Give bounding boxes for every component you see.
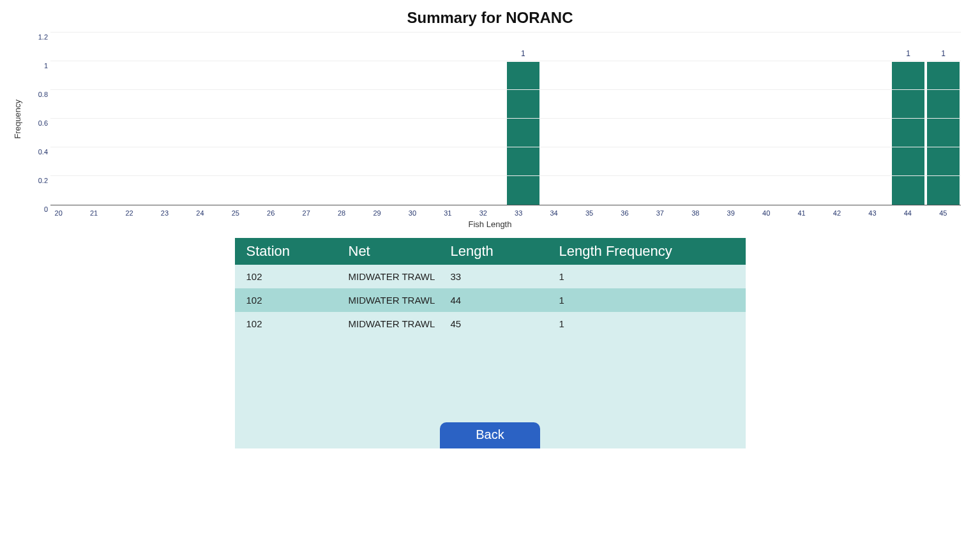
chart-bar xyxy=(892,62,924,205)
chart-xtick: 22 xyxy=(112,205,147,217)
table-cell-length: 44 xyxy=(451,295,553,306)
chart-xtick: 41 xyxy=(784,205,819,217)
chart-bar-value-label: 1 xyxy=(891,49,926,58)
chart-bar-slot xyxy=(260,33,296,205)
chart-bar-slot xyxy=(611,33,646,205)
table-cell-net: MIDWATER TRAWL xyxy=(349,318,451,329)
chart-xtick: 43 xyxy=(855,205,890,217)
chart-bar-slot xyxy=(121,33,156,205)
chart-xtick: 45 xyxy=(926,205,961,217)
table-cell-station: 102 xyxy=(243,295,349,306)
page-title: Summary for NORANC xyxy=(0,9,980,27)
chart-bar-slot xyxy=(541,33,576,205)
length-frequency-table: Station Net Length Length Frequency 102M… xyxy=(235,238,746,448)
col-header-length: Length xyxy=(451,243,553,260)
table-cell-freq: 1 xyxy=(553,295,738,306)
chart-bar-slot xyxy=(50,33,86,205)
chart-xtick: 37 xyxy=(642,205,677,217)
chart-ytick: 0.2 xyxy=(26,177,48,184)
chart-xtick: 42 xyxy=(819,205,854,217)
chart-bar-slot: 1 xyxy=(891,33,926,205)
chart-xtick: 34 xyxy=(536,205,571,217)
chart-plot-area: 111 xyxy=(50,33,961,205)
table-empty-space xyxy=(235,336,746,418)
chart-xtick: 21 xyxy=(76,205,111,217)
chart-bar xyxy=(507,62,539,205)
chart-ytick: 0.4 xyxy=(26,148,48,156)
chart-xtick: 36 xyxy=(607,205,642,217)
chart-bar-slot xyxy=(856,33,891,205)
chart-ytick: 0 xyxy=(26,205,48,213)
col-header-net: Net xyxy=(349,243,451,260)
back-button[interactable]: Back xyxy=(440,422,539,448)
chart-xtick: 35 xyxy=(571,205,607,217)
chart-gridline xyxy=(50,89,961,90)
chart-xtick: 40 xyxy=(748,205,783,217)
chart-bar-slot xyxy=(296,33,331,205)
chart-gridline xyxy=(50,147,961,147)
table-body: 102MIDWATER TRAWL331102MIDWATER TRAWL441… xyxy=(235,265,746,336)
table-row[interactable]: 102MIDWATER TRAWL331 xyxy=(235,265,746,288)
chart-xtick: 27 xyxy=(289,205,324,217)
table-cell-station: 102 xyxy=(243,318,349,329)
chart-xtick: 26 xyxy=(253,205,289,217)
table-cell-station: 102 xyxy=(243,271,349,282)
chart-bar-slot xyxy=(786,33,821,205)
chart-gridline xyxy=(50,61,961,61)
chart-bar-slot xyxy=(751,33,786,205)
chart-xlabel: Fish Length xyxy=(0,219,980,229)
chart-bar-slot: 1 xyxy=(926,33,961,205)
chart-xtick: 23 xyxy=(147,205,182,217)
chart-bar-slot xyxy=(190,33,225,205)
chart-xtick: 39 xyxy=(713,205,748,217)
chart-bar-slot xyxy=(681,33,716,205)
chart-xtick: 28 xyxy=(324,205,359,217)
chart-ylabel: Frequency xyxy=(13,100,22,138)
chart-bar-slot xyxy=(645,33,681,205)
chart-xtick: 44 xyxy=(890,205,925,217)
table-cell-net: MIDWATER TRAWL xyxy=(349,271,451,282)
table-row[interactable]: 102MIDWATER TRAWL441 xyxy=(235,288,746,312)
page-root: Summary for NORANC Frequency 00.20.40.60… xyxy=(0,0,980,448)
chart-yaxis: 00.20.40.60.811.2 xyxy=(26,33,50,205)
table-header-row: Station Net Length Length Frequency xyxy=(235,238,746,265)
chart-xtick: 38 xyxy=(678,205,713,217)
chart-bar-value-label: 1 xyxy=(926,49,961,58)
chart-xtick: 33 xyxy=(501,205,536,217)
chart-xtick: 29 xyxy=(359,205,395,217)
table-cell-freq: 1 xyxy=(553,318,738,329)
chart-bar-slot xyxy=(225,33,260,205)
chart-xtick: 24 xyxy=(183,205,218,217)
chart-bars: 111 xyxy=(50,33,961,205)
chart-bar-slot xyxy=(331,33,366,205)
chart-bar xyxy=(927,62,960,205)
table-cell-length: 33 xyxy=(451,271,553,282)
chart-bar-slot xyxy=(716,33,751,205)
chart-xtick: 25 xyxy=(218,205,253,217)
chart-bar-slot xyxy=(435,33,471,205)
chart-bar-slot xyxy=(400,33,435,205)
col-header-freq: Length Frequency xyxy=(553,243,738,260)
frequency-chart: Frequency 00.20.40.60.811.2 111 xyxy=(13,33,961,205)
chart-gridline xyxy=(50,118,961,119)
col-header-station: Station xyxy=(243,243,349,260)
back-button-bar: Back xyxy=(235,418,746,448)
table-cell-freq: 1 xyxy=(553,271,738,282)
chart-bar-slot xyxy=(366,33,401,205)
chart-gridline xyxy=(50,175,961,176)
table-cell-length: 45 xyxy=(451,318,553,329)
chart-ytick: 1 xyxy=(26,62,48,70)
chart-bar-value-label: 1 xyxy=(506,49,541,58)
chart-xaxis: 2021222324252627282930313233343536373839… xyxy=(41,205,961,217)
chart-ytick: 0.8 xyxy=(26,91,48,98)
chart-bar-slot xyxy=(821,33,856,205)
table-row[interactable]: 102MIDWATER TRAWL451 xyxy=(235,312,746,336)
chart-bar-slot xyxy=(576,33,611,205)
chart-ytick: 0.6 xyxy=(26,119,48,127)
chart-bar-slot xyxy=(156,33,191,205)
chart-bar-slot xyxy=(471,33,506,205)
chart-bar-slot xyxy=(86,33,121,205)
table-cell-net: MIDWATER TRAWL xyxy=(349,295,451,306)
chart-xtick: 30 xyxy=(395,205,430,217)
chart-bar-slot: 1 xyxy=(506,33,541,205)
